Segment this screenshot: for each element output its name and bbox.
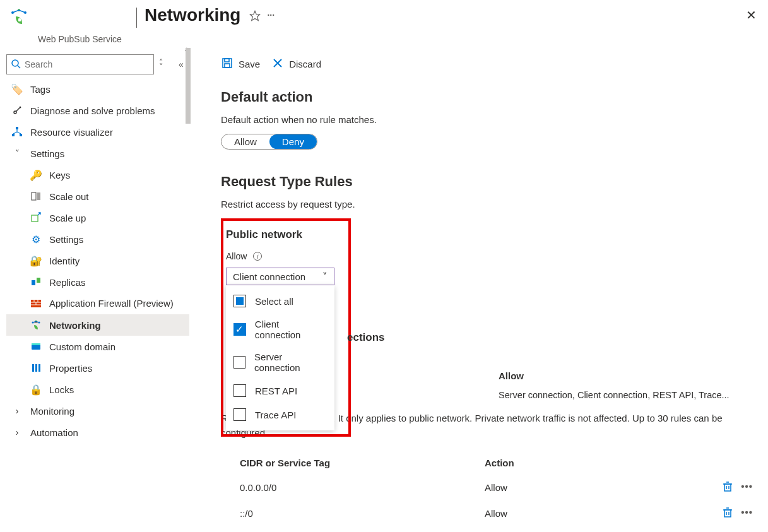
command-bar: Save Discard xyxy=(221,48,762,83)
ip-rule-action: Allow xyxy=(485,508,507,519)
svg-rect-13 xyxy=(32,215,38,222)
networking-icon xyxy=(30,319,42,331)
identity-icon: 🔐 xyxy=(30,255,42,266)
sidebar-item-identity[interactable]: 🔐 Identity xyxy=(6,250,189,271)
sidebar-item-replicas[interactable]: Replicas xyxy=(6,271,189,293)
svg-line-6 xyxy=(18,66,20,68)
search-icon xyxy=(11,59,21,71)
checkbox-empty-icon[interactable] xyxy=(233,384,246,397)
toggle-deny[interactable]: Deny xyxy=(269,134,317,149)
column-allow-header: Allow xyxy=(499,370,524,381)
page-header: Networking ··· ✕ xyxy=(0,0,768,35)
favorite-star-icon[interactable] xyxy=(249,10,261,21)
svg-marker-4 xyxy=(251,11,260,21)
option-select-all[interactable]: Select all xyxy=(226,289,334,313)
collapse-sidebar-icon[interactable]: « xyxy=(179,59,184,69)
svg-point-5 xyxy=(12,60,18,66)
scale-out-icon xyxy=(30,191,42,202)
checkbox-empty-icon[interactable] xyxy=(233,356,245,369)
sidebar-item-automation[interactable]: › Automation xyxy=(6,422,189,443)
sidebar-scrollbar[interactable] xyxy=(186,48,191,124)
keys-icon: 🔑 xyxy=(30,169,42,180)
search-input[interactable] xyxy=(25,59,150,69)
sidebar-item-scale-out[interactable]: Scale out xyxy=(6,186,189,207)
sidebar-item-resource-visualizer[interactable]: Resource visualizer xyxy=(6,121,189,143)
ip-table-header: CIDR or Service Tag Action xyxy=(221,458,762,475)
nav-list: 🏷️ Tags Diagnose and solve problems Reso… xyxy=(6,78,189,443)
svg-rect-11 xyxy=(32,192,36,200)
diagnose-icon xyxy=(11,105,23,116)
save-button[interactable]: Save xyxy=(221,57,260,71)
svg-rect-14 xyxy=(32,280,35,285)
ip-rule-row: ::/0 Allow ••• xyxy=(221,500,762,526)
sidebar-item-monitoring[interactable]: › Monitoring xyxy=(6,400,189,422)
default-action-heading: Default action xyxy=(221,89,762,105)
ip-rule-row: 0.0.0.0/0 Allow ••• xyxy=(221,475,762,500)
highlight-box: Public network Allow i Client connection… xyxy=(221,218,351,437)
request-rules-desc: Restrict access by request type. xyxy=(221,199,762,210)
private-endpoint-row: Server connection, Client connection, RE… xyxy=(221,386,762,404)
save-icon xyxy=(221,57,233,71)
chevron-down-icon: ˅ xyxy=(322,271,328,282)
sort-chevrons-icon[interactable]: ˄˅ xyxy=(159,60,163,69)
more-icon[interactable]: ··· xyxy=(267,10,278,21)
svg-rect-8 xyxy=(16,127,18,129)
service-icon xyxy=(6,5,32,30)
close-button[interactable]: ✕ xyxy=(741,5,762,25)
discard-icon xyxy=(271,57,284,71)
default-action-toggle: Allow Deny xyxy=(221,134,317,150)
search-input-container[interactable] xyxy=(6,54,154,74)
checkbox-empty-icon[interactable] xyxy=(233,408,246,421)
gear-icon: ⚙ xyxy=(30,233,42,245)
sidebar-item-tags[interactable]: 🏷️ Tags xyxy=(6,78,189,100)
option-trace-api[interactable]: Trace API xyxy=(226,403,334,427)
lock-icon: 🔒 xyxy=(30,384,42,395)
sidebar-item-custom-domain[interactable]: Custom domain xyxy=(6,336,189,357)
chevron-down-icon: ˅ xyxy=(11,148,23,159)
default-action-desc: Default action when no rule matches. xyxy=(221,114,762,125)
sidebar-item-settings[interactable]: ⚙ Settings xyxy=(6,228,189,250)
sidebar-item-scale-up[interactable]: Scale up xyxy=(6,207,189,228)
allow-label: Allow xyxy=(226,251,247,261)
sidebar: ▲ ˄˅ « 🏷️ Tags Diagnose and solve proble xyxy=(0,48,189,532)
domain-icon xyxy=(30,341,42,352)
sidebar-item-locks[interactable]: 🔒 Locks xyxy=(6,379,189,400)
chevron-right-icon: › xyxy=(11,427,23,438)
toggle-allow[interactable]: Allow xyxy=(222,134,269,149)
svg-rect-10 xyxy=(20,134,22,136)
ip-rule-action: Allow xyxy=(485,482,507,493)
obscured-heading-fragment: ections xyxy=(347,331,762,344)
more-icon[interactable]: ••• xyxy=(741,507,753,520)
private-endpoint-allow-value: Server connection, Client connection, RE… xyxy=(499,390,730,400)
request-rules-heading: Request Type Rules xyxy=(221,174,762,190)
sidebar-item-app-firewall[interactable]: Application Firewall (Preview) xyxy=(6,293,189,314)
page-title: Networking xyxy=(145,5,240,25)
info-icon[interactable]: i xyxy=(253,252,262,261)
checkbox-partial-icon[interactable] xyxy=(233,295,246,307)
svg-rect-15 xyxy=(37,278,40,283)
svg-rect-12 xyxy=(37,192,40,200)
column-cidr: CIDR or Service Tag xyxy=(240,458,485,468)
delete-icon[interactable] xyxy=(722,507,733,520)
svg-rect-26 xyxy=(32,343,40,345)
sidebar-item-diagnose[interactable]: Diagnose and solve problems xyxy=(6,100,189,121)
svg-rect-28 xyxy=(35,364,37,372)
sidebar-item-settings-group[interactable]: ˅ Settings xyxy=(6,143,189,164)
checkbox-checked-icon[interactable]: ✓ xyxy=(233,323,246,336)
svg-rect-30 xyxy=(223,59,232,68)
svg-rect-3 xyxy=(18,18,21,21)
allow-dropdown[interactable]: Client connection ˅ xyxy=(226,268,334,285)
scale-up-icon xyxy=(30,212,42,223)
visualizer-icon xyxy=(11,126,23,138)
more-icon[interactable]: ••• xyxy=(741,481,753,494)
sidebar-item-keys[interactable]: 🔑 Keys xyxy=(6,164,189,186)
delete-icon[interactable] xyxy=(722,481,733,494)
option-client-connection[interactable]: ✓ Client connection xyxy=(226,313,334,346)
discard-button[interactable]: Discard xyxy=(271,57,321,71)
public-network-heading: Public network xyxy=(223,228,348,241)
svg-point-7 xyxy=(14,111,16,114)
sidebar-item-networking[interactable]: Networking xyxy=(6,314,189,336)
properties-icon xyxy=(30,362,42,374)
tag-icon: 🏷️ xyxy=(11,83,23,95)
sidebar-item-properties[interactable]: Properties xyxy=(6,357,189,379)
